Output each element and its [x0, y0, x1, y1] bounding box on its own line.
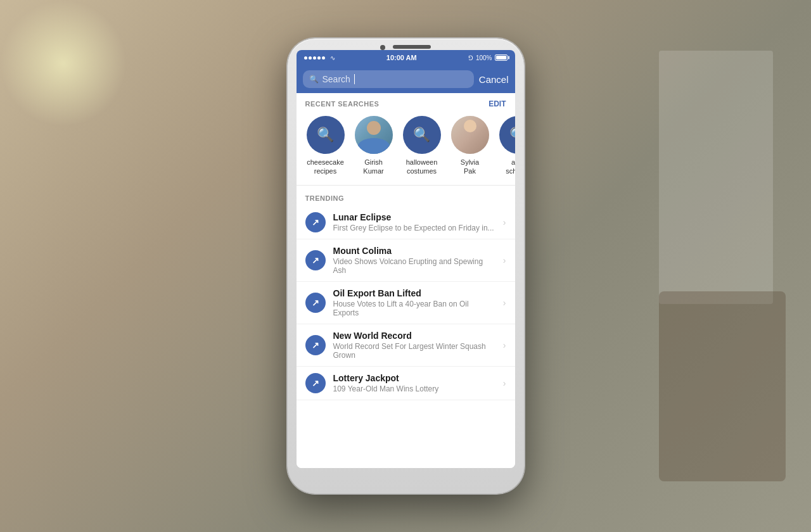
dot-3 — [313, 56, 316, 60]
bg-light — [0, 0, 127, 127]
recent-label-cheesecake: cheesecakerecipes — [307, 158, 344, 176]
trending-item-oil[interactable]: ↗ Oil Export Ban Lifted House Votes to L… — [297, 282, 515, 324]
recent-item-halloween[interactable]: 🔍 halloweencostumes — [402, 116, 442, 176]
trending-icon-lunar: ↗ — [305, 212, 326, 232]
recent-label-sylvia: SylviaPak — [461, 158, 479, 176]
camera-dot — [380, 45, 385, 50]
trending-title-oil: Oil Export Ban Lifted — [333, 288, 495, 298]
chevron-oil: › — [503, 298, 506, 308]
trending-icon-colima: ↗ — [305, 250, 326, 270]
phone-shell: ∿ 10:00 AM ⅁ 100% 🔍 Search Can — [287, 38, 525, 494]
recent-searches-list: 🔍 cheesecakerecipes GirishKumar 🔍 — [297, 112, 515, 185]
trending-item-colima[interactable]: ↗ Mount Colima Video Shows Volcano Erupt… — [297, 239, 515, 282]
trending-title-record: New World Record — [333, 331, 495, 341]
battery-text: 100% — [476, 54, 492, 61]
search-header: 🔍 Search Cancel — [297, 65, 515, 93]
edit-button[interactable]: EDIT — [489, 99, 506, 108]
avatar-girish — [355, 116, 393, 154]
phone-top — [288, 39, 524, 50]
status-left: ∿ — [304, 54, 335, 61]
speaker — [393, 45, 431, 49]
recent-item-girish[interactable]: GirishKumar — [354, 116, 394, 176]
trending-text-colima: Mount Colima Video Shows Volcano Eruptin… — [333, 246, 495, 275]
phone: ∿ 10:00 AM ⅁ 100% 🔍 Search Can — [287, 38, 525, 494]
trending-title: TRENDING — [305, 194, 344, 202]
dot-4 — [317, 56, 321, 60]
battery-fill — [496, 56, 506, 60]
trending-sub-lottery: 109 Year-Old Man Wins Lottery — [333, 384, 495, 393]
trending-sub-record: World Record Set For Largest Winter Squa… — [333, 342, 495, 360]
trending-header: TRENDING — [297, 186, 515, 206]
trending-title-lottery: Lottery Jackpot — [333, 373, 495, 383]
search-icon-halloween: 🔍 — [413, 127, 430, 143]
status-bar: ∿ 10:00 AM ⅁ 100% — [297, 50, 515, 65]
avatar-sylvia — [451, 116, 489, 154]
text-cursor — [354, 74, 355, 84]
chevron-colima: › — [503, 255, 506, 265]
trending-text-lottery: Lottery Jackpot 109 Year-Old Man Wins Lo… — [333, 373, 495, 393]
trending-item-lunar[interactable]: ↗ Lunar Eclipse First Grey Eclipse to be… — [297, 206, 515, 239]
recent-searches-title: RECENT SEARCHES — [305, 100, 380, 108]
search-icon-amy: 🔍 — [509, 127, 515, 143]
chevron-lunar: › — [503, 217, 506, 227]
phone-screen: ∿ 10:00 AM ⅁ 100% 🔍 Search Can — [297, 50, 515, 468]
trending-item-lottery[interactable]: ↗ Lottery Jackpot 109 Year-Old Man Wins … — [297, 367, 515, 400]
recent-circle-amy: 🔍 — [499, 116, 515, 154]
cancel-button[interactable]: Cancel — [479, 74, 509, 85]
trending-arrow-colima: ↗ — [312, 255, 319, 265]
trending-arrow-oil: ↗ — [312, 298, 319, 308]
trending-title-colima: Mount Colima — [333, 246, 495, 256]
chevron-record: › — [503, 340, 506, 350]
trending-arrow-lunar: ↗ — [312, 217, 319, 227]
recent-label-halloween: halloweencostumes — [406, 158, 438, 176]
trending-icon-record: ↗ — [305, 335, 326, 355]
search-icon-cheesecake: 🔍 — [317, 127, 334, 143]
wifi-icon: ∿ — [330, 54, 335, 61]
recent-circle-cheesecake: 🔍 — [307, 116, 345, 154]
dot-1 — [304, 56, 307, 60]
trending-text-oil: Oil Export Ban Lifted House Votes to Lif… — [333, 288, 495, 317]
status-right: ⅁ 100% — [468, 54, 508, 61]
recent-circle-sylvia — [451, 116, 489, 154]
recent-circle-girish — [355, 116, 393, 154]
trending-icon-lottery: ↗ — [305, 373, 326, 393]
recent-searches-header: RECENT SEARCHES EDIT — [297, 93, 515, 112]
recent-label-amy: amyschume — [506, 158, 514, 176]
recent-item-sylvia[interactable]: SylviaPak — [450, 116, 490, 176]
trending-text-lunar: Lunar Eclipse First Grey Eclipse to be E… — [333, 212, 495, 232]
search-placeholder[interactable]: Search — [322, 74, 350, 84]
trending-text-record: New World Record World Record Set For La… — [333, 331, 495, 360]
signal-dots — [304, 56, 325, 60]
recent-label-girish: GirishKumar — [363, 158, 383, 176]
search-bar[interactable]: 🔍 Search — [303, 70, 474, 88]
trending-sub-colima: Video Shows Volcano Erupting and Spewing… — [333, 257, 495, 275]
trending-arrow-lottery: ↗ — [312, 378, 319, 388]
trending-arrow-record: ↗ — [312, 340, 319, 350]
recent-item-cheesecake[interactable]: 🔍 cheesecakerecipes — [305, 116, 346, 176]
status-time: 10:00 AM — [386, 54, 417, 61]
dot-2 — [309, 56, 312, 60]
trending-list: ↗ Lunar Eclipse First Grey Eclipse to be… — [297, 206, 515, 468]
bg-window — [659, 51, 773, 304]
trending-item-record[interactable]: ↗ New World Record World Record Set For … — [297, 324, 515, 367]
battery-icon — [495, 54, 508, 61]
recent-circle-halloween: 🔍 — [403, 116, 441, 154]
chevron-lottery: › — [503, 378, 506, 388]
trending-sub-oil: House Votes to Lift a 40-year Ban on Oil… — [333, 300, 495, 317]
recent-item-amy[interactable]: 🔍 amyschume — [498, 116, 515, 176]
bg-person — [659, 291, 786, 481]
trending-icon-oil: ↗ — [305, 293, 326, 313]
trending-title-lunar: Lunar Eclipse — [333, 212, 495, 222]
trending-sub-lunar: First Grey Eclipse to be Expected on Fri… — [333, 224, 495, 232]
dot-5 — [322, 56, 325, 60]
bluetooth-icon: ⅁ — [468, 54, 473, 61]
search-icon: 🔍 — [309, 75, 319, 84]
